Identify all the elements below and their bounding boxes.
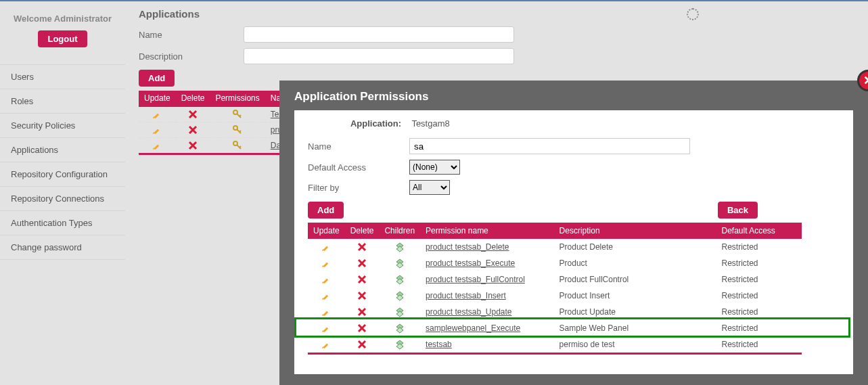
- app-name-input[interactable]: [244, 26, 514, 43]
- modal-name-input[interactable]: [409, 138, 690, 154]
- nav-item[interactable]: Users: [0, 64, 125, 89]
- loading-spinner-icon: [687, 8, 699, 20]
- nav-item[interactable]: Repository Configuration: [0, 162, 125, 187]
- permission-name-link[interactable]: product testsab_Insert: [426, 291, 506, 300]
- nav-item[interactable]: Roles: [0, 89, 125, 114]
- edit-icon[interactable]: [139, 106, 176, 122]
- table-row: product testsab_ExecuteProductRestricted: [308, 255, 802, 271]
- permission-access: Restricted: [716, 271, 802, 288]
- table-row: product testsab_InsertProduct InsertRest…: [308, 288, 802, 304]
- permission-name-link[interactable]: product testsab_FullControl: [426, 275, 525, 284]
- children-icon[interactable]: [379, 271, 420, 288]
- permission-description: Product: [554, 255, 716, 271]
- nav-item[interactable]: Repository Connections: [0, 187, 125, 211]
- default-access-select[interactable]: (None): [409, 160, 460, 175]
- delete-icon[interactable]: [176, 106, 210, 122]
- edit-icon[interactable]: [308, 271, 345, 288]
- children-icon[interactable]: [379, 304, 420, 320]
- permissions-table: UpdateDeleteChildrenPermission nameDescr…: [308, 223, 802, 353]
- name-label: Name: [139, 30, 244, 40]
- permission-access: Restricted: [716, 320, 802, 336]
- permission-access: Restricted: [716, 288, 802, 304]
- column-header: Default Access: [716, 223, 802, 239]
- permission-description: permiso de test: [554, 336, 716, 353]
- delete-icon[interactable]: [345, 255, 380, 271]
- permissions-modal: ✕ Application Permissions Application: T…: [279, 81, 868, 385]
- permission-name-link[interactable]: product testsab_Update: [426, 307, 511, 317]
- children-icon[interactable]: [379, 336, 420, 353]
- modal-add-button[interactable]: Add: [308, 202, 344, 219]
- description-label: Description: [139, 51, 244, 62]
- permission-description: Product FullControl: [554, 271, 716, 288]
- delete-icon[interactable]: [345, 320, 380, 336]
- edit-icon[interactable]: [308, 239, 345, 255]
- column-header: Update: [308, 223, 345, 239]
- permission-name-link[interactable]: testsab: [426, 340, 452, 349]
- table-row: samplewebpanel_ExecuteSample Web PanelRe…: [308, 320, 802, 336]
- permission-access: Restricted: [716, 304, 802, 320]
- table-row: testsabpermiso de testRestricted: [308, 336, 802, 353]
- nav-item[interactable]: Applications: [0, 138, 125, 162]
- table-row: product testsab_FullControlProduct FullC…: [308, 271, 802, 288]
- permissions-icon[interactable]: [210, 122, 265, 138]
- modal-title: Application Permissions: [279, 81, 868, 110]
- table-row: product testsab_DeleteProduct DeleteRest…: [308, 239, 802, 255]
- edit-icon[interactable]: [308, 320, 345, 336]
- permission-access: Restricted: [716, 239, 802, 255]
- column-header: Children: [379, 223, 420, 239]
- edit-icon[interactable]: [308, 255, 345, 271]
- column-header: Update: [139, 91, 176, 106]
- modal-application-label: Application:: [308, 118, 409, 129]
- children-icon[interactable]: [379, 239, 420, 255]
- nav-item[interactable]: Security Policies: [0, 114, 125, 138]
- modal-application-value: Testgam8: [411, 118, 449, 129]
- add-application-button[interactable]: Add: [139, 70, 175, 87]
- delete-icon[interactable]: [176, 138, 210, 154]
- delete-icon[interactable]: [345, 239, 380, 255]
- permission-access: Restricted: [716, 255, 802, 271]
- nav-item[interactable]: Authentication Types: [0, 211, 125, 235]
- permissions-icon[interactable]: [210, 106, 265, 122]
- delete-icon[interactable]: [345, 288, 380, 304]
- logout-button[interactable]: Logout: [38, 30, 87, 47]
- table-row: product testsab_UpdateProduct UpdateRest…: [308, 304, 802, 320]
- children-icon[interactable]: [379, 320, 420, 336]
- permission-access: Restricted: [716, 336, 802, 353]
- edit-icon[interactable]: [139, 122, 176, 138]
- permission-description: Product Delete: [554, 239, 716, 255]
- permission-description: Product Update: [554, 304, 716, 320]
- edit-icon[interactable]: [308, 288, 345, 304]
- filter-by-select[interactable]: All: [409, 180, 450, 195]
- column-header: Permissions: [210, 91, 265, 106]
- delete-icon[interactable]: [345, 336, 380, 353]
- nav-item[interactable]: Change password: [0, 235, 125, 260]
- children-icon[interactable]: [379, 255, 420, 271]
- modal-access-label: Default Access: [308, 162, 409, 173]
- column-header: Description: [554, 223, 716, 239]
- children-icon[interactable]: [379, 288, 420, 304]
- permission-name-link[interactable]: samplewebpanel_Execute: [426, 323, 520, 333]
- edit-icon[interactable]: [308, 304, 345, 320]
- delete-icon[interactable]: [345, 304, 380, 320]
- app-description-input[interactable]: [244, 48, 514, 64]
- column-header: Delete: [176, 91, 210, 106]
- modal-filter-label: Filter by: [308, 183, 409, 193]
- permission-name-link[interactable]: product testsab_Delete: [426, 242, 509, 252]
- edit-icon[interactable]: [139, 138, 176, 154]
- permissions-icon[interactable]: [210, 138, 265, 154]
- page-title: Applications: [139, 8, 854, 20]
- permission-description: Sample Web Panel: [554, 320, 716, 336]
- welcome-text: Welcome Administrator: [0, 14, 125, 24]
- modal-name-label: Name: [308, 141, 409, 152]
- column-header: Delete: [345, 223, 380, 239]
- column-header: Permission name: [420, 223, 553, 239]
- delete-icon[interactable]: [345, 271, 380, 288]
- modal-back-button[interactable]: Back: [718, 202, 758, 219]
- permission-description: Product Insert: [554, 288, 716, 304]
- sidebar: Welcome Administrator Logout UsersRolesS…: [0, 1, 125, 385]
- delete-icon[interactable]: [176, 122, 210, 138]
- permission-name-link[interactable]: product testsab_Execute: [426, 258, 515, 268]
- edit-icon[interactable]: [308, 336, 345, 353]
